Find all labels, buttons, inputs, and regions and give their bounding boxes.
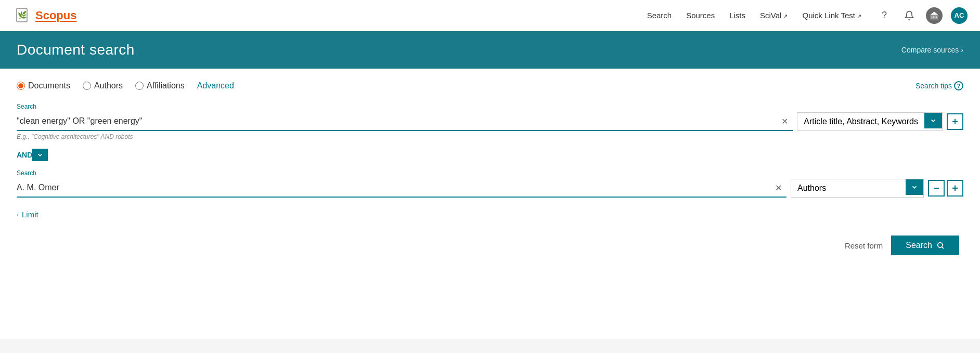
institution-icon bbox=[930, 11, 939, 20]
svg-rect-7 bbox=[936, 16, 937, 18]
help-button[interactable]: ? bbox=[876, 7, 893, 24]
svg-rect-5 bbox=[935, 16, 936, 18]
search-button[interactable]: Search bbox=[891, 236, 959, 255]
notifications-button[interactable] bbox=[901, 7, 918, 24]
chevron-down-icon bbox=[930, 117, 937, 124]
nav-links: Search Sources Lists SciVal Quick Link T… bbox=[647, 11, 861, 20]
add-row-2-button[interactable]: + bbox=[947, 180, 963, 197]
field-selector-2: Authors bbox=[791, 179, 924, 198]
add-row-1-button[interactable]: + bbox=[947, 113, 963, 130]
field-dropdown-2-button[interactable] bbox=[906, 179, 923, 195]
advanced-search-link[interactable]: Advanced bbox=[197, 81, 234, 90]
search-block-1: Search ✕ Article title, Abstract, Keywor… bbox=[17, 103, 963, 140]
search-tips-link[interactable]: Search tips ? bbox=[915, 81, 963, 90]
connector-row: AND bbox=[17, 149, 963, 161]
nav-search[interactable]: Search bbox=[647, 11, 672, 20]
search-row-2: ✕ Authors − + bbox=[17, 179, 963, 198]
svg-point-8 bbox=[938, 243, 943, 247]
nav-sources[interactable]: Sources bbox=[686, 11, 715, 20]
clear-search-2-button[interactable]: ✕ bbox=[772, 181, 784, 194]
field-dropdown-1-button[interactable] bbox=[924, 113, 942, 128]
add-remove-row-2-buttons: − + bbox=[928, 180, 963, 197]
help-circle-icon: ? bbox=[954, 81, 963, 90]
top-navigation: 🌿 Scopus Search Sources Lists SciVal Qui… bbox=[0, 0, 980, 31]
nav-icons: ? AC bbox=[876, 7, 968, 24]
bottom-actions: Reset form Search bbox=[17, 236, 963, 255]
search-type-row: Documents Authors Affiliations Advanced … bbox=[17, 81, 963, 90]
search-block-2: Search ✕ Authors − + bbox=[17, 169, 963, 198]
compare-sources-link[interactable]: Compare sources › bbox=[901, 46, 963, 54]
reset-form-button[interactable]: Reset form bbox=[845, 241, 883, 250]
search-input-1[interactable] bbox=[17, 112, 793, 130]
page-title: Document search bbox=[17, 42, 135, 58]
limit-label: Limit bbox=[22, 210, 38, 219]
header-banner: Document search Compare sources › bbox=[0, 31, 980, 69]
search-icon bbox=[936, 241, 945, 250]
radio-documents[interactable]: Documents bbox=[17, 81, 70, 90]
chevron-right-icon: › bbox=[961, 46, 963, 54]
search-label-1: Search bbox=[17, 103, 963, 110]
limit-chevron-icon: › bbox=[17, 211, 19, 218]
logo-area: 🌿 Scopus bbox=[12, 6, 76, 25]
user-avatar-button[interactable]: AC bbox=[951, 7, 968, 24]
search-input-wrapper-2: ✕ bbox=[17, 179, 786, 198]
main-content: Documents Authors Affiliations Advanced … bbox=[0, 69, 980, 339]
svg-line-9 bbox=[942, 247, 944, 249]
nav-scival[interactable]: SciVal bbox=[760, 11, 788, 20]
search-label-2: Search bbox=[17, 169, 963, 177]
bell-icon bbox=[904, 10, 914, 21]
field-selector-1: Article title, Abstract, Keywords bbox=[797, 112, 943, 131]
radio-authors[interactable]: Authors bbox=[83, 81, 123, 90]
chevron-down-icon-2 bbox=[911, 184, 918, 191]
search-input-2[interactable] bbox=[17, 179, 786, 197]
field-label-2: Authors bbox=[791, 179, 906, 197]
add-row-buttons-1: + bbox=[947, 113, 963, 130]
svg-text:🌿: 🌿 bbox=[18, 11, 27, 20]
connector-label: AND bbox=[17, 151, 32, 159]
nav-lists[interactable]: Lists bbox=[729, 11, 745, 20]
search-hint-1: E.g., "Cognitive architectures" AND robo… bbox=[17, 133, 963, 140]
elsevier-logo-icon: 🌿 bbox=[12, 6, 31, 25]
connector-dropdown-button[interactable] bbox=[32, 149, 48, 161]
limit-row[interactable]: › Limit bbox=[17, 210, 963, 219]
institution-button[interactable] bbox=[926, 7, 943, 24]
radio-affiliations[interactable]: Affiliations bbox=[135, 81, 185, 90]
scopus-logo-text[interactable]: Scopus bbox=[35, 9, 76, 22]
connector-chevron-down-icon bbox=[36, 151, 44, 159]
remove-row-2-button[interactable]: − bbox=[928, 180, 945, 197]
search-input-wrapper-1: ✕ bbox=[17, 112, 793, 131]
svg-rect-4 bbox=[933, 16, 934, 18]
field-label-1: Article title, Abstract, Keywords bbox=[797, 113, 924, 130]
svg-rect-6 bbox=[932, 16, 933, 18]
search-row-1: ✕ Article title, Abstract, Keywords + bbox=[17, 112, 963, 131]
clear-search-1-button[interactable]: ✕ bbox=[778, 115, 791, 127]
nav-quicklink[interactable]: Quick Link Test bbox=[803, 11, 862, 20]
